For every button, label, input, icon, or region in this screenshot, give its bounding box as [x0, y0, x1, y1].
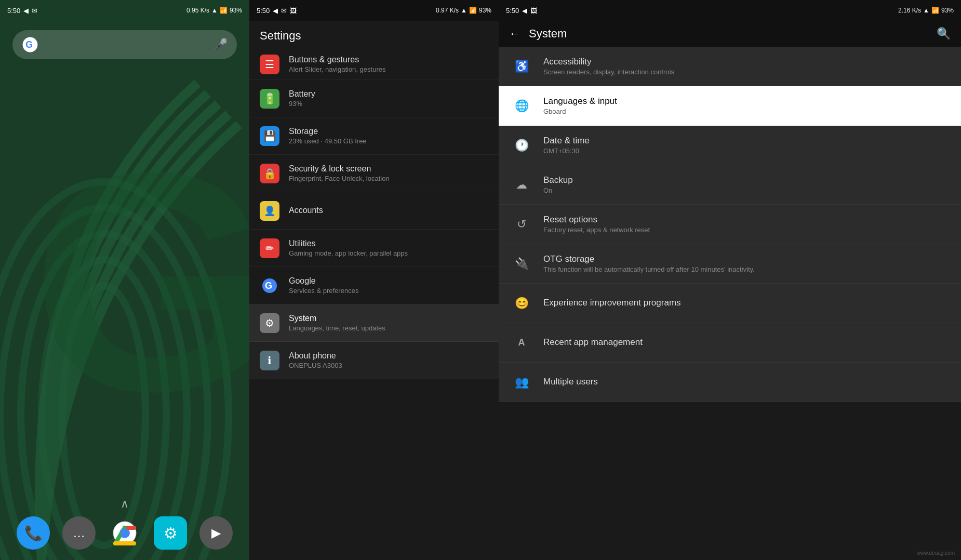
svg-text:G: G	[25, 39, 33, 50]
sms-icon: …	[73, 526, 85, 540]
storage-sub: 23% used · 49.50 GB free	[289, 137, 488, 145]
languages-icon: 🌐	[511, 96, 532, 116]
settings-status-right: 0.97 K/s ▲ 📶 93%	[436, 7, 491, 14]
settings-msg-icon: ✉	[281, 7, 287, 15]
dock-settings-launcher[interactable]: ⚙	[154, 516, 187, 550]
about-sub: ONEPLUS A3003	[289, 362, 488, 369]
multiple-users-icon: 👥	[511, 372, 532, 393]
settings-item-about[interactable]: ℹ About phone ONEPLUS A3003	[249, 342, 499, 379]
settings-item-system[interactable]: ⚙ System Languages, time, reset, updates	[249, 304, 499, 342]
system-list: ♿ Accessibility Screen readers, display,…	[499, 47, 961, 560]
buttons-gestures-title: Buttons & gestures	[289, 55, 488, 64]
home-battery: 93%	[230, 7, 242, 14]
system-wifi-icon: ▲	[923, 7, 929, 14]
system-header: ← System 🔍	[499, 21, 961, 47]
dock-chrome[interactable]	[108, 516, 141, 550]
utilities-text: Utilities Gaming mode, app locker, paral…	[289, 239, 488, 257]
settings-item-security[interactable]: 🔒 Security & lock screen Fingerprint, Fa…	[249, 155, 499, 192]
system-item-reset-options[interactable]: ↺ Reset options Factory reset, apps & ne…	[499, 205, 961, 244]
settings-speed: 0.97 K/s	[436, 7, 459, 14]
reset-options-text: Reset options Factory reset, apps & netw…	[543, 215, 949, 234]
accessibility-sub: Screen readers, display, interaction con…	[543, 68, 949, 76]
system-status-bar: 5:50 ◀ 🖼 2.16 K/s ▲ 📶 93%	[499, 0, 961, 21]
otg-storage-icon: 🔌	[511, 254, 532, 274]
battery-text: Battery 93%	[289, 89, 488, 108]
settings-item-storage[interactable]: 💾 Storage 23% used · 49.50 GB free	[249, 117, 499, 155]
multiple-users-text: Multiple users	[543, 377, 949, 388]
watermark: www.deuag.com	[917, 550, 955, 556]
storage-icon: 💾	[260, 126, 279, 146]
back-button[interactable]: ←	[509, 27, 520, 41]
swipe-up-hint: ∧	[121, 497, 129, 511]
settings-status-bar: 5:50 ◀ ✉ 🖼 0.97 K/s ▲ 📶 93%	[249, 0, 499, 21]
languages-title: Languages & input	[543, 96, 949, 106]
system-item-accessibility[interactable]: ♿ Accessibility Screen readers, display,…	[499, 47, 961, 86]
buttons-gestures-text: Buttons & gestures Alert Slider, navigat…	[289, 55, 488, 73]
experience-improvement-text: Experience improvement programs	[543, 298, 949, 309]
svg-point-11	[121, 529, 129, 537]
system-header-left: ← System	[509, 27, 567, 41]
date-time-icon: 🕐	[511, 135, 532, 156]
home-status-time: 5:50 ◀ ✉	[7, 7, 37, 15]
home-wifi-icon: ▲	[211, 7, 218, 14]
reset-options-icon: ↺	[511, 214, 532, 235]
experience-improvement-title: Experience improvement programs	[543, 298, 949, 308]
security-title: Security & lock screen	[289, 164, 488, 174]
play-icon: ▶	[211, 526, 221, 540]
system-item-multiple-users[interactable]: 👥 Multiple users	[499, 363, 961, 402]
google-title: Google	[289, 276, 488, 286]
system-img-icon: 🖼	[530, 7, 537, 15]
accounts-icon: 👤	[260, 201, 279, 221]
system-text: System Languages, time, reset, updates	[289, 314, 488, 332]
date-time-text: Date & time GMT+05:30	[543, 136, 949, 155]
system-item-backup[interactable]: ☁ Backup On	[499, 165, 961, 205]
home-status-right: 0.95 K/s ▲ 📶 93%	[186, 7, 242, 14]
settings-item-battery[interactable]: 🔋 Battery 93%	[249, 80, 499, 117]
settings-battery: 93%	[479, 7, 491, 14]
battery-icon: 🔋	[260, 89, 279, 109]
google-search-bar[interactable]: G 🎤	[12, 30, 237, 59]
date-time-title: Date & time	[543, 136, 949, 146]
settings-time: 5:50	[257, 7, 270, 15]
reset-options-sub: Factory reset, apps & network reset	[543, 226, 949, 234]
system-item-recent-app-management[interactable]: A Recent app management	[499, 323, 961, 363]
storage-title: Storage	[289, 127, 488, 136]
settings-item-utilities[interactable]: ✏ Utilities Gaming mode, app locker, par…	[249, 230, 499, 267]
dock-phone[interactable]: 📞	[17, 516, 50, 550]
settings-wifi-icon: ▲	[461, 7, 467, 14]
system-item-languages-input[interactable]: 🌐 Languages & input Gboard	[499, 86, 961, 126]
storage-text: Storage 23% used · 49.50 GB free	[289, 127, 488, 145]
home-time: 5:50	[7, 7, 20, 15]
home-status-bar: 5:50 ◀ ✉ 0.95 K/s ▲ 📶 93%	[0, 0, 249, 21]
otg-storage-text: OTG storage This function will be automa…	[543, 254, 949, 273]
system-search-button[interactable]: 🔍	[937, 27, 951, 41]
google-logo-icon: G	[22, 36, 38, 53]
system-item-date-time[interactable]: 🕐 Date & time GMT+05:30	[499, 126, 961, 165]
settings-item-buttons-gestures[interactable]: ☰ Buttons & gestures Alert Slider, navig…	[249, 49, 499, 80]
accessibility-icon: ♿	[511, 56, 532, 77]
battery-title: Battery	[289, 89, 488, 99]
buttons-gestures-icon: ☰	[260, 55, 279, 74]
google-text: Google Services & preferences	[289, 276, 488, 295]
settings-location-icon: ◀	[273, 7, 278, 15]
settings-item-google[interactable]: G Google Services & preferences	[249, 267, 499, 304]
multiple-users-title: Multiple users	[543, 377, 949, 387]
system-battery: 93%	[941, 7, 954, 14]
accounts-title: Accounts	[289, 206, 488, 215]
experience-improvement-icon: 😊	[511, 293, 532, 314]
dock-sms[interactable]: …	[62, 516, 96, 550]
mic-icon[interactable]: 🎤	[213, 38, 228, 51]
settings-item-accounts[interactable]: 👤 Accounts	[249, 192, 499, 230]
settings-img-icon: 🖼	[290, 7, 297, 15]
reset-options-title: Reset options	[543, 215, 949, 225]
system-item-experience-improvement[interactable]: 😊 Experience improvement programs	[499, 284, 961, 323]
dock-play[interactable]: ▶	[199, 516, 233, 550]
backup-text: Backup On	[543, 175, 949, 194]
settings-signal-icon: 📶	[469, 7, 477, 14]
accounts-text: Accounts	[289, 206, 488, 216]
about-title: About phone	[289, 351, 488, 361]
app-dock: 📞 … ⚙ ▶	[0, 516, 249, 550]
about-icon: ℹ	[260, 351, 279, 370]
settings-title: Settings	[260, 29, 301, 42]
system-item-otg-storage[interactable]: 🔌 OTG storage This function will be auto…	[499, 244, 961, 284]
